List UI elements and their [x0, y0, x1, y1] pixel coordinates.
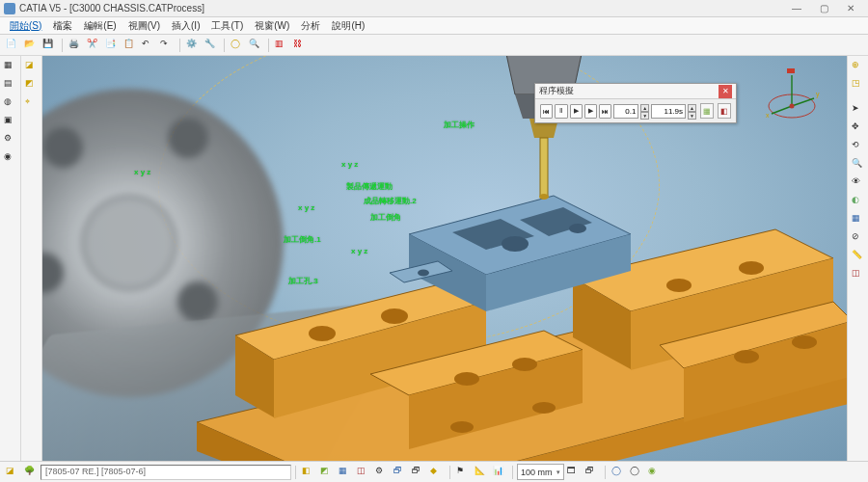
sim-close-button[interactable]: ✕ [719, 85, 732, 98]
rt-a[interactable]: 👁 [850, 174, 867, 192]
lt-c[interactable]: ◍ [2, 94, 19, 112]
sb-m[interactable]: 🗖 [565, 464, 583, 481]
tool-b[interactable]: 🔧 [203, 37, 220, 54]
open-button[interactable]: 📂 [22, 37, 40, 54]
maximize-button[interactable]: ▢ [810, 1, 837, 16]
sb-n[interactable]: 🗗 [583, 464, 601, 481]
lt2-c[interactable]: ⌖ [23, 94, 41, 112]
sb-b[interactable]: 🌳 [22, 464, 40, 481]
sb-h[interactable]: 🗗 [392, 464, 409, 481]
rt-d[interactable]: ⊘ [850, 229, 867, 247]
sb-q[interactable]: ◉ [646, 464, 664, 481]
sb-c[interactable]: ◧ [300, 464, 317, 481]
sim-time-spinner[interactable]: ▲▼ [688, 104, 696, 119]
sb-flag[interactable]: ⚑ [454, 464, 472, 481]
copy-icon: 📑 [105, 39, 119, 52]
tool-c[interactable]: ◯ [229, 37, 246, 54]
lt-e[interactable]: ⚙ [2, 131, 19, 148]
title-bar: CATIA V5 - [C3000 CHASSIS.CATProcess] — … [0, 0, 868, 17]
rt-c[interactable]: ▦ [850, 211, 867, 228]
sb-f[interactable]: ◫ [355, 464, 372, 481]
rt-pan[interactable]: ✥ [850, 120, 867, 137]
new-icon: 📄 [6, 39, 19, 52]
icon: 📐 [475, 466, 488, 479]
minimize-button[interactable]: — [783, 1, 810, 16]
svg-point-36 [539, 194, 549, 200]
svg-point-20 [512, 358, 537, 371]
sim-options-button[interactable]: ▦ [700, 103, 714, 119]
lt-f[interactable]: ◉ [2, 149, 19, 167]
lt-d[interactable]: ▣ [2, 113, 19, 130]
sb-i[interactable]: 🗗 [410, 464, 427, 481]
menu-start[interactable]: 開始(S) [4, 17, 47, 35]
save-icon: 💾 [42, 39, 56, 52]
lt-b[interactable]: ▤ [2, 76, 19, 94]
sb-g[interactable]: ⚙ [373, 464, 391, 481]
sb-j[interactable]: ◆ [428, 464, 446, 481]
close-button[interactable]: ✕ [837, 1, 864, 16]
menu-insert[interactable]: 插入(I) [166, 17, 205, 35]
sb-e[interactable]: ▦ [337, 464, 354, 481]
wireframe-icon: ▦ [852, 213, 865, 227]
save-button[interactable]: 💾 [41, 37, 58, 54]
rt-zoom[interactable]: 🔍 [850, 156, 867, 174]
sb-k[interactable]: 📐 [473, 464, 490, 481]
menu-tools[interactable]: 工具(T) [205, 17, 249, 35]
link-icon: ⛓ [293, 39, 307, 52]
svg-point-16 [792, 335, 817, 349]
rt-rotate[interactable]: ⟲ [850, 138, 867, 155]
sim-time-field[interactable] [651, 104, 686, 119]
rt-view[interactable]: ◳ [850, 76, 867, 94]
menu-file[interactable]: 檔案 [47, 17, 78, 35]
sb-l[interactable]: 📊 [491, 464, 508, 481]
rt-f[interactable]: ◫ [850, 266, 867, 283]
lt2-a[interactable]: ◪ [23, 58, 41, 75]
step-fwd-button[interactable]: ▶ [584, 104, 597, 119]
tool-d[interactable]: 🔍 [247, 37, 264, 54]
sb-o[interactable]: ◯ [610, 464, 627, 481]
lt2-b[interactable]: ◩ [23, 76, 41, 94]
undo-icon: ↶ [142, 39, 155, 52]
menu-window[interactable]: 視窗(W) [249, 17, 295, 35]
menu-view[interactable]: 視圖(V) [122, 17, 166, 35]
menu-analyze[interactable]: 分析 [295, 17, 326, 35]
zoom-in-icon: 🔍 [852, 158, 865, 172]
skip-fwd-button[interactable]: ⏭ [599, 104, 611, 119]
print-button[interactable]: 🖨️ [67, 37, 84, 54]
skip-back-button[interactable]: ⏮ [540, 104, 553, 119]
sim-speed-spinner[interactable]: ▲▼ [640, 104, 649, 119]
sb-a[interactable]: ◪ [4, 464, 21, 481]
icon: ◫ [357, 466, 370, 479]
view-compass[interactable]: y x z [758, 66, 826, 123]
menu-edit[interactable]: 編輯(E) [78, 17, 122, 35]
paste-button[interactable]: 📋 [122, 37, 139, 54]
sb-d[interactable]: ◩ [318, 464, 336, 481]
rt-fit[interactable]: ⊕ [850, 58, 867, 75]
tool-a[interactable]: ⚙️ [184, 37, 202, 54]
play-button[interactable]: ▶ [570, 104, 583, 119]
menu-help[interactable]: 說明(H) [326, 17, 370, 35]
pause-button[interactable]: Ⅱ [555, 104, 567, 119]
undo-button[interactable]: ↶ [140, 37, 157, 54]
length-combo[interactable]: 100 mm [517, 464, 564, 480]
tool-f[interactable]: ⛓ [291, 37, 309, 54]
sb-p[interactable]: ◯ [628, 464, 645, 481]
new-button[interactable]: 📄 [4, 37, 21, 54]
sim-panel-header[interactable]: 程序模擬 ✕ [535, 84, 736, 99]
rt-b[interactable]: ◐ [850, 193, 867, 210]
rt-select[interactable]: ➤ [850, 101, 867, 119]
tree-icon: 🌳 [24, 466, 38, 479]
lt-a[interactable]: ▦ [2, 58, 19, 75]
section-icon: ◫ [852, 268, 865, 281]
process-icon: ▥ [275, 39, 288, 52]
cut-button[interactable]: ✂️ [85, 37, 102, 54]
rt-e[interactable]: 📏 [850, 248, 867, 265]
drill-icon: ⌖ [25, 96, 39, 110]
redo-button[interactable]: ↷ [158, 37, 176, 54]
sim-record-button[interactable]: ◧ [718, 103, 731, 119]
separator [449, 466, 450, 479]
sim-speed-field[interactable] [613, 104, 638, 119]
copy-button[interactable]: 📑 [103, 37, 121, 54]
viewport[interactable]: 加工操作 製品傳遞運動 加工倒角.1 加工倒角 成品轉移運動.2 加工孔.3 x… [42, 56, 847, 461]
tool-e[interactable]: ▥ [273, 37, 290, 54]
